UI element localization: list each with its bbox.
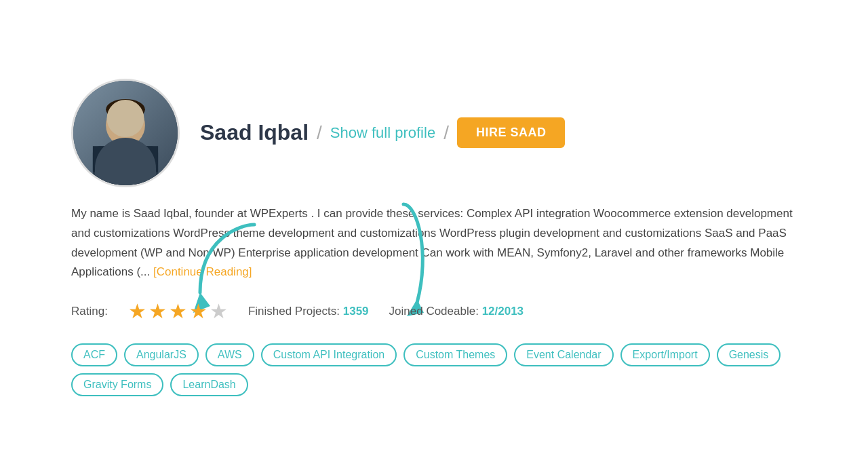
svg-rect-1 [93,146,158,185]
tag-export/import[interactable]: Export/Import [620,343,710,366]
finished-projects-stat: Finished Projects: 1359 [248,305,369,318]
rating-label: Rating: [71,305,108,318]
svg-rect-0 [73,81,178,185]
separator-2: / [443,122,449,144]
avatar [71,79,180,187]
tag-aws[interactable]: AWS [205,343,254,366]
stats-section: Rating: ★ ★ ★ ★ ★ Finished Projects: 135… [71,299,797,323]
joined-value: 12/2013 [482,305,524,318]
stars-display: ★ ★ ★ ★ ★ [128,299,228,323]
star-2: ★ [149,299,167,323]
show-full-profile-link[interactable]: Show full profile [330,124,435,142]
hire-button[interactable]: HIRE SAAD [457,117,566,148]
profile-card: Saad Iqbal / Show full profile / HIRE SA… [44,58,824,417]
tag-genesis[interactable]: Genesis [717,343,781,366]
svg-point-4 [106,99,145,120]
svg-marker-6 [129,146,158,172]
svg-marker-7 [119,142,132,151]
svg-marker-5 [93,146,122,172]
star-3: ★ [169,299,187,323]
svg-point-3 [106,104,145,146]
tag-gravity-forms[interactable]: Gravity Forms [71,373,163,396]
svg-marker-8 [124,149,127,166]
star-4: ★ [189,299,208,323]
tags-section: ACFAngularJSAWSCustom API IntegrationCus… [71,343,797,396]
tag-event-calendar[interactable]: Event Calendar [514,343,613,366]
tag-angularjs[interactable]: AngularJS [124,343,199,366]
header-info: Saad Iqbal / Show full profile / HIRE SA… [200,117,797,148]
joined-stat: Joined Codeable: 12/2013 [389,305,524,318]
tag-acf[interactable]: ACF [71,343,117,366]
tag-custom-themes[interactable]: Custom Themes [403,343,507,366]
separator-1: / [317,122,322,144]
name-row: Saad Iqbal / Show full profile / HIRE SA… [200,117,797,148]
user-name: Saad Iqbal [200,120,309,145]
finished-projects-value: 1359 [343,305,369,318]
svg-marker-2 [122,149,129,162]
profile-header: Saad Iqbal / Show full profile / HIRE SA… [71,79,797,187]
stats-wrapper: Rating: ★ ★ ★ ★ ★ Finished Projects: 135… [71,299,797,323]
tag-custom-api-integration[interactable]: Custom API Integration [261,343,397,366]
tag-learndash[interactable]: LearnDash [170,373,248,396]
star-1: ★ [128,299,146,323]
avatar-image [73,81,178,185]
star-5: ★ [210,299,228,323]
